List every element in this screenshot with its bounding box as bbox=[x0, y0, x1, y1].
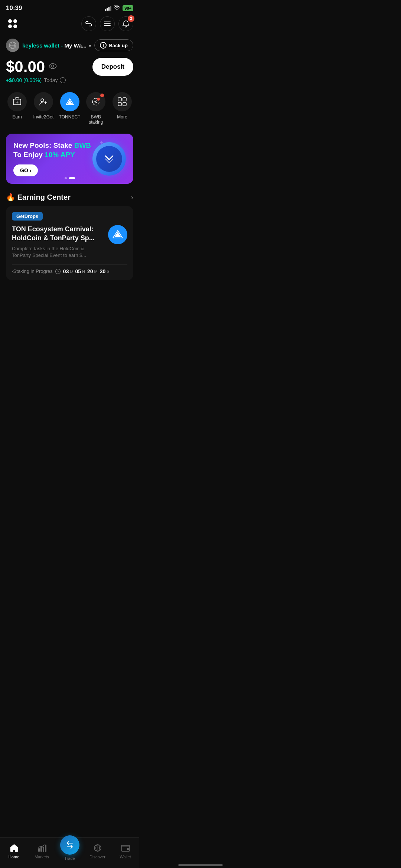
status-bar: 10:39 98+ bbox=[0, 0, 139, 15]
tonnect-label: TONNECT bbox=[59, 114, 81, 120]
banner-dot-2 bbox=[69, 177, 75, 179]
wallet-label: keyless wallet - My Wa... ▾ bbox=[22, 42, 91, 49]
countdown-hours: 05 H bbox=[75, 268, 85, 274]
tonnect-icon-wrap bbox=[60, 92, 79, 111]
card-content: TON Ecosystem Carnival: HoldCoin & TonPa… bbox=[12, 225, 127, 259]
ton-icon bbox=[108, 225, 127, 244]
action-bwb-staking[interactable]: BWB staking bbox=[85, 92, 107, 125]
keyless-text: keyless wallet - bbox=[22, 42, 63, 49]
earn-label: Earn bbox=[12, 114, 22, 120]
wallet-avatar bbox=[6, 39, 19, 52]
svg-rect-10 bbox=[118, 102, 121, 106]
svg-rect-8 bbox=[118, 98, 121, 101]
battery-indicator: 98+ bbox=[123, 5, 133, 11]
status-time: 10:39 bbox=[6, 4, 22, 12]
tonnect-icon bbox=[63, 95, 76, 108]
backup-warning-icon: ! bbox=[100, 42, 107, 49]
banner-title: New Pools: Stake BWB To Enjoy 10% APY bbox=[13, 141, 91, 159]
status-icons: 98+ bbox=[105, 5, 133, 12]
action-more[interactable]: More bbox=[111, 92, 133, 125]
wallet-chevron-icon: ▾ bbox=[89, 43, 91, 49]
signal-icon bbox=[105, 6, 111, 11]
wallet-header: keyless wallet - My Wa... ▾ ! Back up bbox=[6, 39, 133, 52]
app-header: 3 bbox=[0, 15, 139, 36]
wallet-section: keyless wallet - My Wa... ▾ ! Back up $0… bbox=[0, 36, 139, 85]
more-label: More bbox=[117, 114, 127, 120]
balance-row: $0.00 Deposit bbox=[6, 58, 133, 76]
banner-dots bbox=[65, 177, 75, 179]
app-logo[interactable] bbox=[6, 17, 19, 30]
action-tonnect[interactable]: TONNECT bbox=[59, 92, 81, 125]
actions-row: Earn Invite2Get bbox=[6, 92, 133, 125]
banner-highlight2: 10% APY bbox=[45, 151, 75, 159]
wallet-name: My Wa... bbox=[63, 42, 87, 49]
earning-center-arrow[interactable]: › bbox=[131, 193, 133, 201]
more-icon-wrap bbox=[113, 92, 132, 111]
balance-change-row: +$0.00 (0.00%) Today i bbox=[6, 77, 133, 83]
notification-badge: 3 bbox=[128, 15, 134, 22]
earn-icon-wrap bbox=[7, 92, 27, 111]
action-earn[interactable]: Earn bbox=[6, 92, 28, 125]
action-invite2get[interactable]: Invite2Get bbox=[32, 92, 55, 125]
earning-card[interactable]: GetDrops TON Ecosystem Carnival: HoldCoi… bbox=[6, 206, 133, 280]
bwb-staking-red-dot bbox=[100, 94, 104, 97]
backup-button[interactable]: ! Back up bbox=[94, 39, 133, 51]
hide-balance-icon[interactable] bbox=[49, 63, 57, 71]
countdown-days: 03 D bbox=[63, 268, 73, 274]
earning-center-section: 🔥 Earning Center › GetDrops TON Ecosyste… bbox=[0, 187, 139, 283]
wifi-icon bbox=[114, 5, 120, 12]
svg-rect-11 bbox=[123, 102, 126, 106]
invite2get-icon-wrap bbox=[34, 92, 53, 111]
balance-amount: $0.00 bbox=[6, 58, 45, 76]
banner-coin-graphic bbox=[92, 142, 126, 176]
invite2get-label: Invite2Get bbox=[33, 114, 53, 120]
staking-label: ·Staking in Progres bbox=[12, 268, 53, 274]
bwb-staking-label: BWB staking bbox=[85, 114, 107, 125]
svg-rect-9 bbox=[123, 98, 126, 101]
balance-info-icon[interactable]: i bbox=[60, 77, 66, 83]
quick-actions: Earn Invite2Get bbox=[0, 85, 139, 131]
svg-point-4 bbox=[41, 99, 44, 102]
banner-content: New Pools: Stake BWB To Enjoy 10% APY GO… bbox=[13, 141, 91, 176]
earning-center-title: 🔥 Earning Center bbox=[6, 193, 71, 202]
bwb-staking-icon-wrap bbox=[86, 92, 105, 111]
link-button[interactable] bbox=[81, 16, 96, 31]
balance-change-value: +$0.00 (0.00%) bbox=[6, 77, 42, 83]
getdrops-badge: GetDrops bbox=[12, 212, 43, 221]
earning-center-header: 🔥 Earning Center › bbox=[6, 193, 133, 202]
promo-banner[interactable]: + + New Pools: Stake BWB To Enjoy 10% AP… bbox=[6, 134, 133, 184]
svg-point-2 bbox=[52, 65, 54, 67]
notification-button[interactable]: 3 bbox=[118, 16, 133, 31]
banner-highlight1: BWB bbox=[74, 141, 91, 149]
wallet-name-row[interactable]: keyless wallet - My Wa... ▾ bbox=[6, 39, 91, 52]
countdown-minutes: 20 M bbox=[87, 268, 98, 274]
banner-dot-1 bbox=[65, 177, 67, 179]
menu-button[interactable] bbox=[100, 16, 115, 31]
header-actions: 3 bbox=[81, 16, 133, 31]
svg-point-7 bbox=[97, 98, 100, 101]
card-description: Complete tasks in the HoldCoin & TonPart… bbox=[12, 245, 104, 259]
deposit-button[interactable]: Deposit bbox=[92, 58, 133, 76]
clock-icon bbox=[55, 268, 61, 274]
countdown-seconds: 30 S bbox=[100, 268, 110, 274]
balance-period: Today bbox=[44, 77, 58, 83]
card-text: TON Ecosystem Carnival: HoldCoin & TonPa… bbox=[12, 225, 104, 259]
card-title: TON Ecosystem Carnival: HoldCoin & TonPa… bbox=[12, 225, 104, 242]
countdown-row: ·Staking in Progres 03 D 05 H 20 M 30 S bbox=[12, 264, 127, 274]
banner-go-button[interactable]: GO › bbox=[13, 164, 38, 176]
